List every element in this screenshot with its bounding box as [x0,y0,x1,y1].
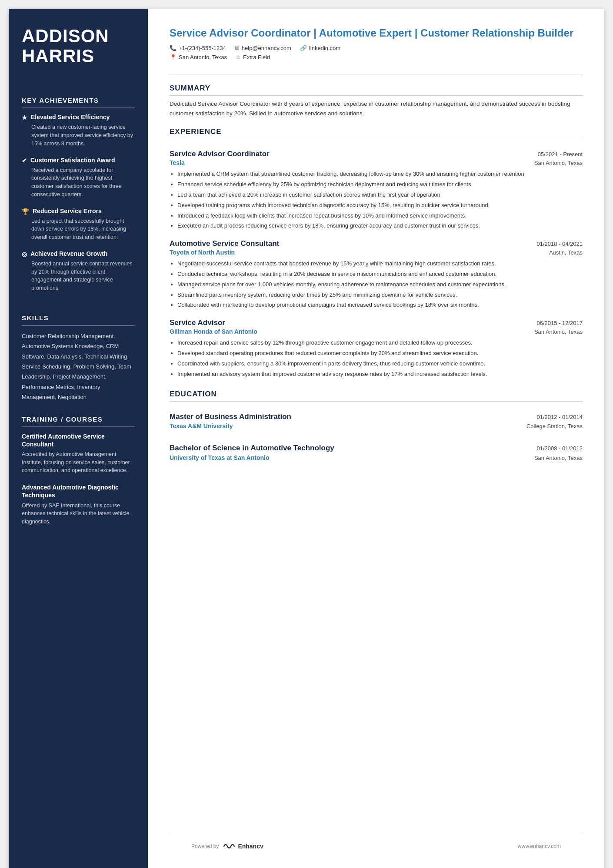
education-section-title: EDUCATION [170,390,583,402]
check-icon: ✔ [22,157,27,164]
edu-location: San Antonio, Texas [534,455,583,461]
edu-school: Texas A&M University [170,422,233,429]
job-dates: 01/2018 - 04/2021 [536,241,583,247]
main-title: Service Advisor Coordinator | Automotive… [170,26,583,40]
bullet-item: Implemented an advisory system that impr… [177,370,583,379]
job-header: Service Advisor 06/2015 - 12/2017 [170,318,583,327]
email-icon: ✉ [235,45,240,51]
edu-header: Bachelor of Science in Automotive Techno… [170,443,583,453]
edu-location: College Station, Texas [526,423,583,429]
job-location: San Antonio, Texas [534,328,583,335]
training-section-title: TRAINING / COURSES [22,416,135,427]
training-title: Advanced Automotive Diagnostic Technique… [22,483,135,499]
footer-left: Powered by Enhancv [191,842,263,851]
achievement-item: ✔ Customer Satisfaction Award Received a… [22,157,135,199]
linkedin-icon: 🔗 [300,45,307,51]
job-location: Austin, Texas [549,249,583,256]
linkedin-contact[interactable]: 🔗 linkedin.com [300,45,340,51]
location-text: San Antonio, Texas [179,54,227,60]
job-subheader: Gillman Honda of San Antonio San Antonio… [170,328,583,335]
candidate-name: ADDISON HARRIS [22,26,135,66]
extra-contact: ☆ Extra Field [236,54,270,60]
training-list: Certified Automotive Service Consultant … [22,432,135,535]
training-title: Certified Automotive Service Consultant [22,432,135,448]
achievement-title: 🏆 Reduced Service Errors [22,208,135,215]
bullet-item: Negotiated successful service contracts … [177,259,583,268]
achievement-title: ✔ Customer Satisfaction Award [22,157,135,164]
edu-entry: Bachelor of Science in Automotive Techno… [170,436,583,461]
achievement-desc: Led a project that successfully brought … [22,217,135,241]
location-contact: 📍 San Antonio, Texas [170,54,227,60]
bullet-item: Collaborated with marketing to develop p… [177,301,583,310]
brand-name: Enhancv [238,843,263,850]
job-dates: 05/2021 - Present [538,151,583,158]
bullet-item: Developed standard operating procedures … [177,349,583,358]
last-name: HARRIS [22,46,94,66]
job-entry: Service Advisor Coordinator 05/2021 - Pr… [170,143,583,232]
bullet-item: Implemented a CRM system that streamline… [177,170,583,179]
enhancv-logo: Enhancv [222,842,263,851]
star-icon: ★ [22,114,27,121]
job-title: Service Advisor Coordinator [170,150,270,158]
achievement-desc: Boosted annual service contract revenues… [22,260,135,292]
first-name: ADDISON [22,26,109,46]
edu-degree: Master of Business Administration [170,412,291,422]
linkedin-text: linkedin.com [309,45,340,51]
job-title: Service Advisor [170,318,225,327]
edu-entry: Master of Business Administration 01/201… [170,405,583,429]
phone-icon: 📞 [170,45,177,51]
powered-by-text: Powered by [191,843,219,849]
bullet-item: Introduced a feedback loop with clients … [177,211,583,221]
achievement-title: ◎ Achieved Revenue Growth [22,250,135,258]
edu-degree: Bachelor of Science in Automotive Techno… [170,443,334,453]
edu-subheader: Texas A&M University College Station, Te… [170,422,583,429]
achievement-title: ★ Elevated Service Efficiency [22,114,135,121]
summary-text: Dedicated Service Advisor Coordinator wi… [170,99,583,118]
training-desc: Offered by SAE International, this cours… [22,502,135,526]
training-desc: Accredited by Automotive Management Inst… [22,450,135,475]
phone-text: +1-(234)-555-1234 [179,45,226,51]
enhancv-icon [222,842,236,851]
edu-dates: 01/2008 - 01/2012 [536,445,583,452]
bullet-item: Enhanced service schedule efficiency by … [177,180,583,189]
achievement-desc: Received a company accolade for consiste… [22,166,135,199]
bullet-item: Managed service plans for over 1,000 veh… [177,280,583,289]
skills-text: Customer Relationship Management, Automo… [22,331,135,402]
job-bullets: Implemented a CRM system that streamline… [170,170,583,231]
summary-section-title: SUMMARY [170,84,583,96]
achievements-section-title: KEY ACHIEVEMENTS [22,97,135,108]
achievement-item: ◎ Achieved Revenue Growth Boosted annual… [22,250,135,292]
achievement-desc: Created a new customer-facing service sy… [22,123,135,147]
job-subheader: Tesla San Antonio, Texas [170,159,583,166]
edu-dates: 01/2012 - 01/2014 [536,414,583,420]
job-bullets: Negotiated successful service contracts … [170,259,583,310]
experience-section-title: EXPERIENCE [170,127,583,139]
job-company: Toyota of North Austin [170,249,235,256]
job-bullets: Increased repair and service sales by 12… [170,338,583,379]
bullet-item: Developed training programs which improv… [177,201,583,210]
main-header: Service Advisor Coordinator | Automotive… [170,26,583,63]
job-subheader: Toyota of North Austin Austin, Texas [170,249,583,256]
main-content: Service Advisor Coordinator | Automotive… [148,9,604,868]
skills-section-title: SKILLS [22,314,135,326]
job-company: Gillman Honda of San Antonio [170,328,257,335]
edu-header: Master of Business Administration 01/201… [170,412,583,422]
footer: Powered by Enhancv www.enhancv.com [170,833,583,859]
footer-website: www.enhancv.com [518,843,561,849]
job-entry: Service Advisor 06/2015 - 12/2017 Gillma… [170,312,583,380]
bullet-item: Executed an audit process reducing servi… [177,221,583,231]
achievement-item: ★ Elevated Service Efficiency Created a … [22,114,135,147]
resume-container: ADDISON HARRIS KEY ACHIEVEMENTS ★ Elevat… [9,9,604,868]
training-item: Certified Automotive Service Consultant … [22,432,135,475]
bullet-item: Conducted technical workshops, resulting… [177,270,583,279]
bullet-item: Streamlined parts inventory system, redu… [177,291,583,300]
edu-subheader: University of Texas at San Antonio San A… [170,454,583,461]
extra-text: Extra Field [243,54,270,60]
location-icon: 📍 [170,54,177,60]
contact-row-2: 📍 San Antonio, Texas ☆ Extra Field [170,54,583,60]
job-header: Service Advisor Coordinator 05/2021 - Pr… [170,150,583,158]
training-item: Advanced Automotive Diagnostic Technique… [22,483,135,526]
job-dates: 06/2015 - 12/2017 [536,320,583,326]
achievement-item: 🏆 Reduced Service Errors Led a project t… [22,208,135,241]
bullet-item: Led a team that achieved a 20% increase … [177,191,583,200]
